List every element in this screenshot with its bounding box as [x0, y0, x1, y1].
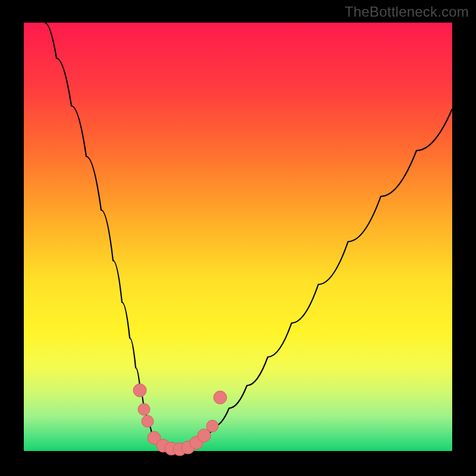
curve-left-branch: [45, 23, 178, 450]
chart-marker: [214, 391, 227, 404]
chart-marker: [133, 384, 146, 397]
chart-svg: [24, 23, 452, 451]
chart-marker: [142, 415, 154, 427]
chart-marker: [138, 403, 150, 415]
chart-outer-frame: TheBottleneck.com: [0, 0, 476, 476]
chart-marker: [206, 420, 218, 432]
chart-markers: [133, 384, 227, 456]
watermark-text: TheBottleneck.com: [345, 4, 469, 20]
